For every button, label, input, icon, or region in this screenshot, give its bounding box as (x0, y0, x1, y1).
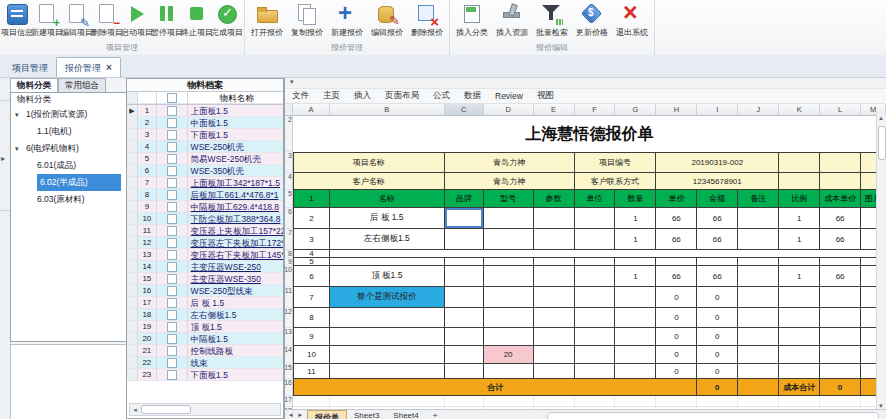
select-all-corner[interactable] (285, 104, 293, 116)
row-checkbox[interactable] (167, 358, 177, 368)
sheet-cell[interactable] (779, 346, 820, 364)
material-row[interactable]: 19顶 板1.5 (127, 321, 283, 333)
doc-tab-报价管理[interactable]: 报价管理× (56, 57, 121, 77)
row-checkbox[interactable] (167, 286, 177, 296)
sheet-tab-Sheet3[interactable]: Sheet3 (347, 410, 386, 419)
table-header-名称[interactable]: 名称 (330, 190, 445, 208)
sheet-cell[interactable] (534, 328, 575, 346)
doc-minus-button[interactable]: −删除项目 (92, 1, 122, 42)
insert-category-button[interactable]: 插入分类 (452, 1, 492, 42)
sheet-cell[interactable] (820, 328, 861, 346)
sheet-cell[interactable] (445, 346, 484, 364)
project-info-button[interactable]: 项目信息 (2, 1, 32, 42)
material-row[interactable]: 2中面板1.5 (127, 117, 283, 129)
sheet-cell[interactable] (779, 364, 820, 379)
sheet-cell[interactable] (534, 396, 575, 407)
info-label[interactable]: 客户联系方式 (575, 173, 657, 190)
scrollbar-thumb[interactable] (141, 405, 191, 414)
row-checkbox[interactable] (167, 250, 177, 260)
vscrollbar-thumb[interactable] (878, 126, 886, 160)
sheet-cell[interactable] (615, 364, 656, 379)
row-header-10[interactable]: 10 (285, 266, 293, 287)
sheet-cell[interactable]: 7 (293, 287, 330, 308)
sheet-cell[interactable]: 0 (656, 328, 697, 346)
sheet-cell[interactable]: 0 (656, 364, 697, 379)
row-checkbox[interactable] (167, 298, 177, 308)
play-button[interactable]: 启动项目 (122, 1, 152, 42)
column-header-J[interactable]: J (738, 104, 779, 116)
material-row[interactable]: 17后 板 1.5 (127, 297, 283, 309)
sheet-cell[interactable] (738, 229, 779, 250)
sheet-cell[interactable] (738, 258, 779, 266)
sheet-cell[interactable] (820, 173, 861, 190)
sheet-cell[interactable] (445, 229, 484, 250)
row-header-3[interactable]: 3 (285, 152, 293, 173)
sheet-cell[interactable]: 66 (697, 266, 738, 287)
table-header-备注[interactable]: 备注 (738, 190, 779, 208)
sheet-cell[interactable] (779, 173, 820, 190)
sheet-cell[interactable] (779, 258, 820, 266)
table-header-金额[interactable]: 金额 (697, 190, 738, 208)
sheet-cell[interactable] (820, 346, 861, 364)
sheet-cell[interactable] (575, 287, 616, 308)
row-checkbox[interactable] (167, 154, 177, 164)
sheet-cell[interactable]: 0 (697, 308, 738, 328)
sheet-cell[interactable]: 11 (293, 364, 330, 379)
sheet-cell[interactable]: 66 (820, 266, 861, 287)
sheet-cell[interactable] (484, 396, 534, 407)
sheet-cell[interactable] (534, 308, 575, 328)
expander-icon[interactable]: ▾ (15, 106, 19, 123)
sheet-cell[interactable]: 66 (697, 208, 738, 229)
item-name-cell[interactable]: 整个是测试报价 (330, 287, 445, 308)
sheet-cell[interactable] (484, 287, 534, 308)
tree-item-6.03(原材料)[interactable]: 6.03(原材料) (11, 191, 126, 208)
sheet-cell[interactable] (575, 396, 616, 407)
sheet-cell[interactable] (534, 229, 575, 250)
table-header-单价[interactable]: 单价 (656, 190, 697, 208)
sheet-cell[interactable] (575, 258, 616, 266)
menu-视图[interactable]: 视图 (537, 90, 554, 102)
close-tab-icon[interactable]: × (106, 59, 112, 77)
sheet-cell[interactable] (445, 258, 484, 266)
row-header-7[interactable]: 7 (285, 229, 293, 250)
sheet-cell[interactable] (738, 328, 779, 346)
material-row[interactable]: 8后板加工661.4*476.8*1 (127, 189, 283, 201)
folder-open-button[interactable]: 打开报价 (247, 1, 287, 42)
table-header-成本单价[interactable]: 成本单价 (820, 190, 861, 208)
table-header-参数[interactable]: 参数 (534, 190, 575, 208)
row-checkbox[interactable] (167, 322, 177, 332)
sheet-cell[interactable] (445, 396, 484, 407)
material-row[interactable]: 20中隔板1.5 (127, 333, 283, 345)
sheet-cell[interactable] (534, 266, 575, 287)
sheet-cell[interactable] (575, 208, 616, 229)
sheet-tab-Sheet4[interactable]: Sheet4 (386, 410, 425, 419)
sheet-cell[interactable] (575, 364, 616, 379)
material-row[interactable]: 21控制线路板 (127, 345, 283, 357)
sheet-cell[interactable] (484, 258, 534, 266)
material-row[interactable]: 6WSE-350机壳 (127, 165, 283, 177)
info-value[interactable]: 20190319-002 (656, 152, 779, 173)
row-checkbox[interactable] (167, 226, 177, 236)
cost-total-label[interactable]: 成本合计 (779, 379, 820, 396)
row-index[interactable]: 4 (293, 250, 330, 258)
column-header-C[interactable]: C (445, 104, 484, 116)
item-name-cell[interactable] (330, 346, 445, 364)
sheet-cell[interactable] (738, 266, 779, 287)
tree-item-1(报价测试资源)[interactable]: ▾1(报价测试资源) (11, 106, 126, 123)
sheet-cell[interactable] (656, 396, 697, 407)
sheet-cell[interactable] (445, 208, 484, 229)
item-name-cell[interactable]: 左右侧板1.5 (330, 229, 445, 250)
sheet-cell[interactable]: 6 (293, 266, 330, 287)
sheet-cell[interactable]: 2 (293, 208, 330, 229)
table-header-1[interactable]: 1 (293, 190, 330, 208)
sheet-cell[interactable] (779, 287, 820, 308)
sheet-cell[interactable] (820, 308, 861, 328)
row-checkbox[interactable] (167, 238, 177, 248)
sheet-cell[interactable]: 1 (779, 208, 820, 229)
table-header-单位[interactable]: 单位 (575, 190, 616, 208)
sheet-cell[interactable] (484, 266, 534, 287)
column-header-F[interactable]: F (575, 104, 616, 116)
scroll-left-icon[interactable]: ◂ (130, 406, 140, 414)
material-row[interactable]: 5简易WSE-250机壳 (127, 153, 283, 165)
tree-item-1.1(电机)[interactable]: 1.1(电机) (11, 123, 126, 140)
